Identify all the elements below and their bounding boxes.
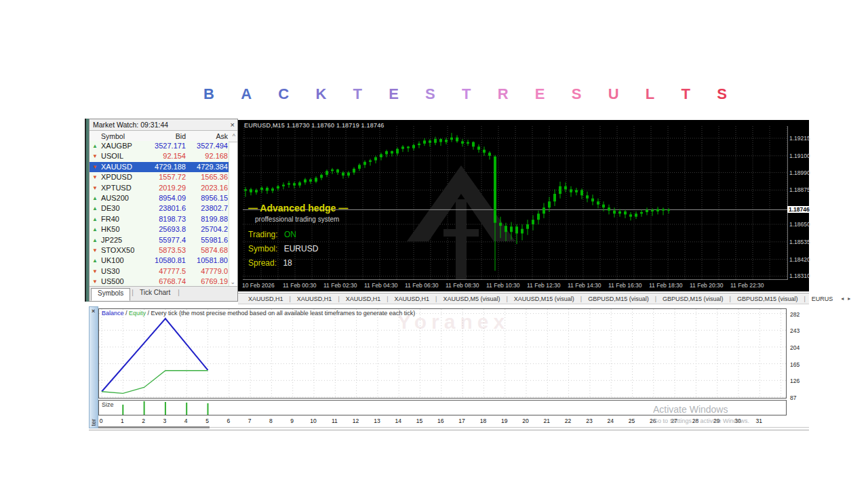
chart-tab[interactable]: XAUUSD,H1	[242, 296, 290, 302]
bid-value: 55977.4	[159, 235, 186, 245]
chart-tab[interactable]: EURUS	[806, 296, 840, 302]
tester-x-tick-label: 5	[205, 418, 209, 424]
market-watch-row[interactable]: ▼XPTUSD2019.292023.16	[90, 183, 229, 193]
symbol-name: XAUUSD	[101, 162, 132, 172]
market-watch-row[interactable]: ▲FR408198.738199.88	[90, 214, 229, 224]
tab-tick-chart[interactable]: Tick Chart	[134, 288, 176, 301]
market-watch-row[interactable]: ▲HK5025693.825704.2	[90, 224, 229, 235]
tester-x-tick-label: 9	[290, 418, 294, 424]
symbol-value: EURUSD	[284, 244, 319, 253]
market-watch-row[interactable]: ▲DE3023801.623802.7	[90, 203, 229, 214]
time-tick-label: 11 Feb 04:30	[364, 282, 397, 289]
scrollbar-thumb[interactable]	[98, 426, 210, 428]
tester-y-tick-label: 165	[790, 361, 800, 368]
market-watch-title: Market Watch: 09:31:44	[93, 121, 168, 129]
market-watch-row[interactable]: ▼XPDUSD1557.721565.36	[90, 172, 229, 182]
symbol-name: XPDUSD	[101, 172, 132, 182]
price-tick-label: 1.19215	[789, 135, 810, 142]
tester-side-strip[interactable]: × ter	[89, 306, 98, 428]
bid-value: 4729.188	[155, 162, 186, 172]
tester-x-tick-label: 3	[163, 418, 167, 424]
market-watch-row[interactable]: ▼XAUUSD4729.1884729.384	[90, 162, 229, 172]
title-letter: C	[278, 85, 289, 103]
scroll-down-icon[interactable]: ⌄	[230, 277, 235, 287]
chart-tab[interactable]: XAUUSD,M5 (visual)	[437, 296, 506, 302]
market-watch-row[interactable]: ▼STOXX505873.535874.68	[90, 245, 229, 256]
current-price-label: 1.18746	[787, 206, 811, 213]
time-tick-label: 11 Feb 06:30	[405, 282, 438, 289]
ask-value: 3527.494	[197, 141, 228, 151]
tester-x-tick-label: 19	[501, 418, 507, 424]
activate-windows-watermark: Activate Windows Go to Settings to activ…	[653, 404, 749, 424]
tester-x-tick-label: 21	[544, 418, 550, 424]
title-letter: T	[682, 85, 690, 103]
panel-bottom-border	[89, 430, 809, 430]
bid-value: 47777.5	[159, 266, 186, 277]
ask-value: 55981.6	[201, 235, 228, 245]
title-letter: S	[425, 85, 435, 103]
symbol-up-icon: ▲	[92, 141, 98, 151]
title-letter: E	[535, 85, 545, 103]
chart-tabbar: XAUUSD,H1|XAUUSD,H1|XAUUSD,H1|XAUUSD,H1|…	[238, 293, 809, 304]
chart-tab[interactable]: GBPUSD,M15 (visual)	[731, 296, 804, 302]
price-tick-label: 1.19100	[789, 152, 810, 159]
tester-graph[interactable]: Balance / Equity / Every tick (the most …	[98, 308, 787, 399]
activate-windows-line2: Go to Settings to activate Windows.	[653, 418, 749, 424]
market-watch-row[interactable]: ▼US3047777.547779.0	[90, 266, 229, 277]
chart-tab[interactable]: XAUUSD,M15 (visual)	[508, 296, 580, 302]
time-tick-label: 11 Feb 18:30	[649, 282, 682, 289]
bid-value: 2019.29	[159, 183, 186, 193]
tester-x-tick-label: 23	[586, 418, 592, 424]
time-tick-label: 11 Feb 14:30	[568, 282, 601, 289]
balance-line	[102, 319, 208, 392]
tab-scroll-left-icon[interactable]: ◂	[839, 296, 846, 302]
tab-symbols[interactable]: Symbols	[91, 288, 130, 301]
tester-x-tick-label: 25	[629, 418, 635, 424]
market-watch-row[interactable]: ▲JP22555977.455981.6	[90, 235, 229, 245]
tester-x-tick-label: 22	[565, 418, 571, 424]
market-watch-row[interactable]: ▲UK10010580.8110581.80	[90, 256, 229, 266]
spread-value: 18	[283, 258, 292, 268]
tester-legend: Balance / Equity / Every tick (the most …	[102, 310, 415, 317]
symbol-name: FR40	[101, 214, 119, 224]
symbol-name: HK50	[101, 224, 120, 235]
column-header-bid[interactable]: Bid	[176, 131, 186, 142]
symbol-down-icon: ▼	[92, 172, 98, 182]
ask-value: 2023.16	[201, 183, 228, 193]
overlay-trading-line: Trading: ON	[248, 230, 348, 239]
tester-x-tick-label: 4	[184, 418, 188, 424]
chart-tab[interactable]: XAUUSD,H1	[389, 296, 436, 302]
tester-y-tick-label: 87	[790, 394, 796, 401]
tester-x-tick-label: 2	[142, 418, 145, 424]
time-tick-label: 11 Feb 22:30	[730, 282, 764, 289]
chart-tab[interactable]: XAUUSD,H1	[291, 296, 338, 302]
market-watch-row[interactable]: ▲AUS2008954.098956.15	[90, 193, 229, 203]
chart-tab[interactable]: GBPUSD,M15 (visual)	[656, 296, 730, 302]
chart-tab[interactable]: GBPUSD,M15 (visual)	[582, 296, 655, 302]
price-chart[interactable]: EURUSD,M15 1.18730 1.18760 1.18719 1.187…	[238, 120, 809, 291]
column-header-symbol[interactable]: Symbol	[101, 131, 125, 142]
tab-scroll-right-icon[interactable]: ▸	[846, 296, 852, 302]
chart-tab[interactable]: XAUUSD,H1	[340, 296, 387, 302]
symbol-down-icon: ▼	[92, 183, 98, 193]
ask-value: 47779.0	[201, 266, 228, 277]
scroll-up-icon[interactable]: ^	[233, 131, 235, 141]
tester-x-tick-label: 31	[756, 418, 762, 424]
market-watch-row[interactable]: ▼USOIL92.15492.168	[90, 151, 229, 161]
column-header-ask[interactable]: Ask	[216, 131, 228, 142]
page: BACKTESTRESULTS Market Watch: 09:31:44 ×…	[0, 0, 868, 488]
tester-y-tick-label: 126	[790, 378, 800, 384]
close-icon[interactable]: ×	[231, 119, 235, 130]
tester-x-tick-label: 12	[353, 418, 359, 424]
chart-watermark-logo	[407, 165, 515, 280]
symbol-name: XPTUSD	[101, 183, 132, 193]
symbol-up-icon: ▲	[92, 214, 98, 224]
symbol-up-icon: ▲	[92, 256, 98, 266]
market-watch-row[interactable]: ▲XAUGBP3527.1713527.494	[90, 141, 229, 151]
title-letter: U	[608, 85, 619, 103]
tester-x-tick-label: 11	[332, 418, 338, 424]
close-icon[interactable]: ×	[92, 308, 95, 314]
spread-label: Spread:	[248, 258, 277, 268]
ask-value: 1565.36	[201, 172, 228, 182]
legend-balance: Balance	[102, 310, 124, 317]
